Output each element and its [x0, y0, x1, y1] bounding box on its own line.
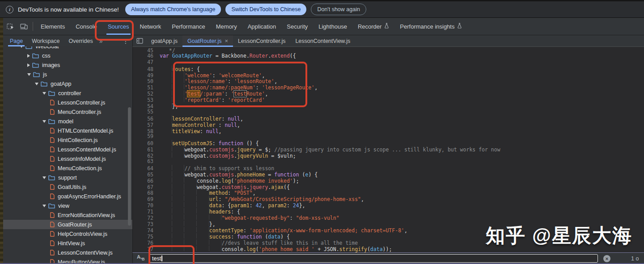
tab-close-icon[interactable]: ×: [225, 38, 229, 44]
line-number[interactable]: 55: [133, 109, 160, 115]
tab-recorder[interactable]: Recorder: [352, 18, 394, 35]
code-token: ,: [274, 78, 277, 84]
tree-item-lessoncontroller-js[interactable]: LessonController.js: [3, 98, 132, 107]
find-input[interactable]: test: [149, 254, 598, 263]
tree-item-menubuttonview-js[interactable]: MenuButtonView.js: [3, 257, 132, 264]
file-tab-label: LessonContentView.js: [295, 38, 350, 44]
tree-item-hintview-js[interactable]: HintView.js: [3, 239, 132, 248]
code-token: method: [209, 190, 228, 196]
disclosure-triangle[interactable]: [35, 83, 38, 85]
tab-sources[interactable]: Sources: [102, 18, 135, 35]
disclosure-triangle[interactable]: [42, 120, 46, 123]
file-icon: [50, 222, 55, 227]
tree-item-goatrouter-js[interactable]: GoatRouter.js: [3, 220, 132, 229]
tree-item-lessoncontentmodel-js[interactable]: LessonContentModel.js: [3, 145, 132, 154]
code-line: 69url: "/WebGoat/CrossSiteScripting/phon…: [133, 196, 644, 202]
indent-guides: [160, 128, 172, 133]
disclosure-triangle[interactable]: [42, 176, 46, 179]
tab-performance[interactable]: Performance: [166, 18, 210, 35]
tree-item-goatutils-js[interactable]: GoatUtils.js: [3, 182, 132, 192]
tree-item-model[interactable]: model: [3, 117, 132, 126]
tree-item-support[interactable]: support: [3, 173, 132, 182]
indent-guides: [160, 146, 184, 151]
navigator-tab-page[interactable]: Page: [5, 35, 27, 46]
tree-item-htmlcontentmodel-js[interactable]: HTMLContentModel.js: [3, 126, 132, 135]
device-toolbar-icon[interactable]: [17, 18, 30, 35]
code-line: 60setUpCustomJS: function () {: [133, 140, 644, 146]
code-token: .: [246, 53, 250, 59]
file-icon: [50, 231, 55, 237]
file-tab-lessoncontentview-js[interactable]: LessonContentView.js: [290, 35, 355, 46]
line-number[interactable]: 63: [133, 159, 160, 165]
file-tab-goatapp-js[interactable]: goatApp.js: [146, 35, 182, 46]
tree-item-lessoncontentview-js[interactable]: LessonContentView.js: [3, 248, 132, 257]
tab-application[interactable]: Application: [242, 18, 282, 35]
indent-guides: [160, 140, 172, 145]
tab-security[interactable]: Security: [281, 18, 313, 35]
file-tab-goatrouter-js[interactable]: GoatRouter.js×: [182, 35, 233, 46]
tree-item-lessoninfomodel-js[interactable]: LessonInfoModel.js: [3, 154, 132, 163]
code-token: jquery: [250, 184, 268, 190]
code-token: headers: [209, 209, 231, 215]
find-close-button[interactable]: ×: [603, 255, 610, 262]
tab-label: Security: [287, 23, 308, 30]
navigator-tab-overrides[interactable]: Overrides: [64, 35, 97, 46]
tab-performance-insights[interactable]: Performance insights: [394, 18, 467, 35]
tab-network[interactable]: Network: [135, 18, 167, 35]
tree-item-images[interactable]: images: [3, 60, 132, 70]
tree-scrollbar[interactable]: [128, 107, 131, 226]
hide-navigator-icon[interactable]: [133, 35, 146, 46]
navigator-menu-icon[interactable]: ⋮: [123, 35, 129, 46]
disclosure-triangle[interactable]: [27, 63, 30, 67]
line-number[interactable]: 59: [133, 134, 160, 140]
line-number[interactable]: 46: [133, 53, 160, 59]
file-tab-lessoncontroller-js[interactable]: LessonController.js: [233, 35, 290, 46]
code-token: webgoat: [197, 184, 218, 190]
inspect-icon[interactable]: [4, 18, 17, 35]
line-number[interactable]: 77: [133, 247, 160, 253]
line-number[interactable]: 47: [133, 59, 160, 66]
code-token: },: [172, 103, 178, 109]
tab-memory[interactable]: Memory: [211, 18, 242, 35]
code-token: "POST": [234, 190, 253, 196]
code-token: 'application/x-www-form-urlencoded; char…: [250, 227, 404, 234]
code-token: log: [221, 178, 231, 184]
infobar-button-always-match-chrome-s-language[interactable]: Always match Chrome's language: [125, 4, 221, 15]
tab-console[interactable]: Console: [70, 18, 102, 35]
match-case-icon[interactable]: A ↘ B: [136, 255, 147, 263]
code-line: 75success: function (data) {: [133, 233, 644, 239]
code-token: customjs: [209, 153, 234, 159]
tree-item-goatapp[interactable]: goatApp: [3, 79, 132, 88]
navigator-tab-workspace[interactable]: Workspace: [27, 35, 64, 46]
disclosure-triangle[interactable]: [42, 92, 46, 95]
disclosure-triangle[interactable]: [27, 54, 30, 58]
disclosure-triangle[interactable]: [42, 205, 46, 207]
tree-item-hintcollection-js[interactable]: HintCollection.js: [3, 135, 132, 145]
code-token: :: [221, 97, 228, 103]
tab-elements[interactable]: Elements: [35, 18, 70, 35]
disclosure-triangle[interactable]: [27, 73, 31, 76]
code-token: menuController: [172, 122, 216, 128]
code-token: :: [250, 202, 256, 209]
flask-icon: [384, 23, 389, 30]
code-editor[interactable]: 45*/46var GoatAppRouter = Backbone.Route…: [132, 47, 644, 252]
tree-item-menucollection-js[interactable]: MenuCollection.js: [3, 163, 132, 173]
folder-icon: [32, 53, 39, 59]
tree-item-errornotificationview-js[interactable]: ErrorNotificationView.js: [3, 210, 132, 220]
tree-item-view[interactable]: view: [3, 201, 132, 210]
code-token: 24: [293, 202, 299, 209]
tree-item-menucontroller-js[interactable]: MenuController.js: [3, 107, 132, 117]
infobar-button-switch-devtools-to-chinese[interactable]: Switch DevTools to Chinese: [225, 4, 306, 15]
tree-item-helpcontrolsview-js[interactable]: HelpControlsView.js: [3, 229, 132, 239]
tab-lighthouse[interactable]: Lighthouse: [313, 18, 352, 35]
tree-item-css[interactable]: css: [3, 51, 132, 60]
code-line: 48routes: {: [133, 66, 644, 72]
code-line: 45*/: [133, 47, 644, 53]
code-token: 'lesson/:name': [184, 78, 228, 84]
code-token: //devs leave stuff like this in all the …: [221, 240, 358, 246]
tree-item-goatasyncerrorhandler-js[interactable]: goatAsyncErrorHandler.js: [3, 192, 132, 201]
tree-item-controller[interactable]: controller: [3, 88, 132, 98]
tree-item-js[interactable]: js: [3, 70, 132, 79]
infobar-button-don-t-show-again[interactable]: Don't show again: [311, 4, 366, 15]
more-tabs-chevron-icon[interactable]: »: [99, 38, 103, 45]
